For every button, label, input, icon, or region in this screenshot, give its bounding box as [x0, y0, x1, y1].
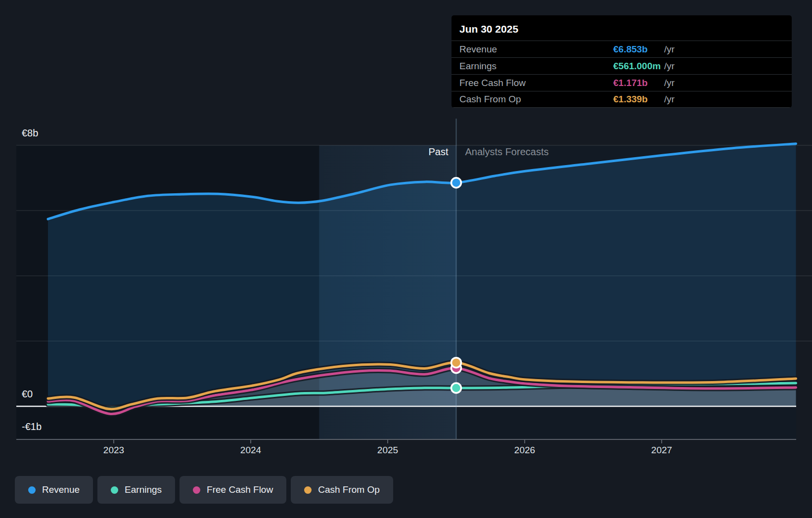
tooltip-unit: /yr: [664, 44, 675, 55]
earnings-revenue-growth-chart: €8b €0 -€1b 2023 2024 2025 2026 2027 Pas…: [0, 0, 812, 518]
revenue-dot-icon: [28, 486, 36, 494]
free-cash-flow-dot-icon: [193, 486, 200, 494]
tooltip-date: Jun 30 2025: [451, 15, 792, 41]
tooltip-value: €561.000m: [613, 61, 661, 72]
x-axis-label-2027: 2027: [651, 445, 672, 456]
legend-item-free-cash-flow[interactable]: Free Cash Flow: [180, 476, 286, 504]
tooltip-label: Free Cash Flow: [459, 78, 526, 88]
forecast-zone-label: Analysts Forecasts: [465, 146, 549, 158]
cash-from-op-dot-icon: [304, 486, 312, 494]
tooltip-label: Revenue: [459, 44, 497, 55]
chart-tooltip: Jun 30 2025 Revenue €6.853b /yr Earnings…: [451, 15, 792, 108]
tooltip-value: €1.171b: [613, 78, 648, 88]
legend-item-revenue[interactable]: Revenue: [15, 476, 93, 504]
tooltip-unit: /yr: [664, 61, 675, 72]
x-axis-label-2026: 2026: [514, 445, 535, 456]
x-axis-label-2025: 2025: [377, 445, 398, 456]
legend-item-cash-from-op[interactable]: Cash From Op: [291, 476, 393, 504]
tooltip-label: Earnings: [459, 61, 496, 72]
earnings-marker-dot: [451, 383, 461, 393]
tooltip-label: Cash From Op: [459, 94, 521, 105]
tooltip-row-earnings: Earnings €561.000m /yr: [451, 57, 792, 74]
y-axis-label-neg1b: -€1b: [22, 421, 42, 432]
tooltip-value: €6.853b: [613, 44, 648, 55]
legend-label: Earnings: [125, 484, 162, 495]
legend-label: Cash From Op: [318, 484, 380, 495]
legend-item-earnings[interactable]: Earnings: [97, 476, 175, 504]
tooltip-row-cash-from-op: Cash From Op €1.339b /yr: [451, 91, 792, 108]
tooltip-unit: /yr: [664, 78, 675, 88]
tooltip-value: €1.339b: [613, 94, 648, 105]
revenue-marker-dot: [451, 178, 461, 188]
tooltip-row-free-cash-flow: Free Cash Flow €1.171b /yr: [451, 74, 792, 91]
tooltip-row-revenue: Revenue €6.853b /yr: [451, 41, 792, 57]
chart-legend: Revenue Earnings Free Cash Flow Cash Fro…: [15, 476, 393, 504]
x-axis-label-2024: 2024: [240, 445, 261, 456]
y-axis-label-8b: €8b: [22, 127, 38, 139]
y-axis-label-0: €0: [22, 388, 33, 400]
tooltip-unit: /yr: [664, 94, 675, 105]
past-zone-label: Past: [428, 146, 448, 158]
legend-label: Free Cash Flow: [207, 484, 273, 495]
legend-label: Revenue: [42, 484, 80, 495]
cash-from-op-marker-dot: [451, 358, 461, 368]
x-axis-label-2023: 2023: [103, 445, 124, 456]
earnings-dot-icon: [111, 486, 118, 494]
